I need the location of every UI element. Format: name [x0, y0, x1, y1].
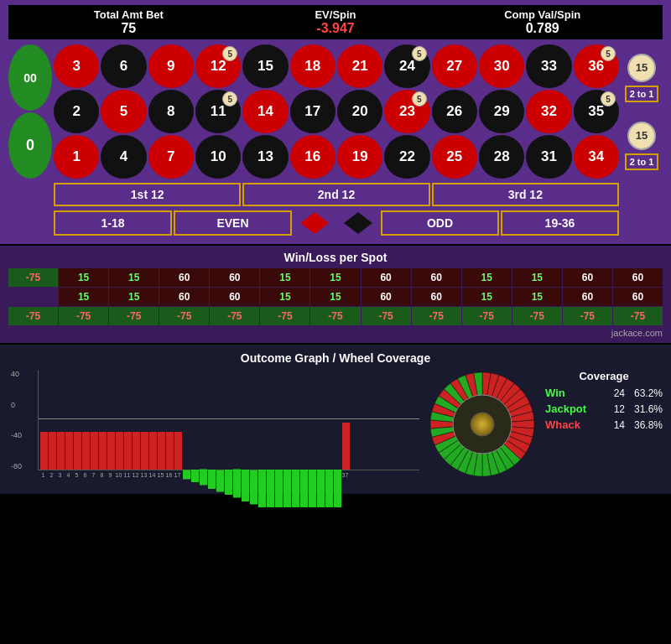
chart-label-2: 2 [48, 472, 55, 478]
number-cell-12[interactable]: 125 [195, 44, 241, 88]
bar-23 [225, 470, 232, 495]
number-cell-20[interactable]: 20 [337, 90, 382, 133]
chart-label-12: 12 [132, 472, 139, 478]
coverage-whack-row: Whack 14 36.8% [545, 418, 663, 431]
wl-cell-1-12: 60 [613, 288, 663, 306]
number-cell-14[interactable]: 14 [242, 90, 288, 133]
bet-19to36[interactable]: 19-36 [501, 210, 619, 236]
number-cell-15[interactable]: 15 [242, 44, 288, 88]
chart-label-15: 15 [157, 472, 164, 478]
bar-28 [267, 470, 274, 507]
number-cell-23[interactable]: 235 [384, 90, 429, 133]
number-cell-35[interactable]: 355 [574, 90, 619, 133]
bar-21 [208, 470, 216, 489]
chart-label-8: 8 [98, 472, 106, 478]
number-cell-30[interactable]: 30 [479, 44, 524, 88]
ev-spin-block: EV/Spin -3.947 [232, 8, 440, 36]
number-cell-24[interactable]: 245 [384, 44, 429, 88]
chart-label-16: 16 [165, 472, 173, 478]
number-cell-5[interactable]: 5 [101, 90, 146, 133]
bar-19 [191, 470, 199, 482]
number-cell-31[interactable]: 31 [526, 135, 571, 179]
number-cell-6[interactable]: 6 [101, 44, 146, 88]
coverage-jackpot-row: Jackpot 12 31.6% [545, 402, 663, 415]
first-dozen[interactable]: 1st 12 [54, 183, 241, 206]
number-cell-3[interactable]: 3 [54, 44, 99, 88]
bar-9 [107, 432, 115, 470]
number-cell-34[interactable]: 34 [574, 135, 619, 179]
number-cell-19[interactable]: 19 [337, 135, 382, 179]
number-cell-8[interactable]: 8 [148, 90, 194, 133]
bet-odd[interactable]: ODD [381, 210, 499, 236]
winloss-title: Win/Loss per Spot [8, 251, 663, 264]
zero-cell[interactable]: 0 [8, 112, 52, 179]
bar-22 [216, 470, 224, 491]
second-dozen[interactable]: 2nd 12 [242, 183, 429, 206]
wl-cell-1-2: 15 [109, 288, 159, 306]
dozens-row: 1st 12 2nd 12 3rd 12 [8, 183, 663, 206]
bar-chart-container: 40 0 -40 -80 123456789101112131415161718… [8, 370, 419, 487]
number-cell-9[interactable]: 9 [148, 44, 194, 88]
wl-cell-0-11: 60 [563, 268, 612, 287]
2to1-bottom[interactable]: 2 to 1 [625, 153, 659, 170]
wl-cell-2-3: -75 [159, 307, 209, 325]
wl-cell-0-5: 15 [260, 268, 309, 287]
jackace-label: jackace.com [8, 328, 663, 338]
number-cell-1[interactable]: 1 [54, 135, 99, 179]
bar-27 [258, 470, 266, 507]
outcome-section: Outcome Graph / Wheel Coverage 40 0 -40 … [0, 345, 671, 494]
number-cell-11[interactable]: 115 [195, 90, 241, 133]
number-cell-36[interactable]: 365 [574, 44, 619, 88]
chip-15-top[interactable]: 15 [627, 54, 656, 82]
roulette-grid-area: 00 0 36912515182124527303336525811514172… [8, 44, 663, 179]
bet-red[interactable] [294, 209, 336, 237]
coverage-jackpot-label: Jackpot [545, 402, 596, 415]
number-cell-10[interactable]: 10 [195, 135, 241, 179]
wheel-canvas [428, 370, 537, 479]
wl-cell-1-6: 15 [310, 288, 360, 306]
number-cell-17[interactable]: 17 [290, 90, 336, 133]
wl-cell-1-8: 60 [412, 288, 461, 306]
third-dozen[interactable]: 3rd 12 [432, 183, 619, 206]
number-cell-29[interactable]: 29 [479, 90, 524, 133]
2to1-top[interactable]: 2 to 1 [625, 86, 659, 102]
bet-black[interactable] [337, 209, 379, 237]
wl-cell-2-12: -75 [613, 307, 663, 325]
wl-cell-2-9: -75 [462, 307, 512, 325]
number-cell-21[interactable]: 21 [337, 44, 382, 88]
number-cell-4[interactable]: 4 [101, 135, 146, 179]
wl-cell-2-0: -75 [8, 307, 58, 325]
number-cell-22[interactable]: 22 [384, 135, 429, 179]
coverage-whack-pct: 36.8% [629, 419, 663, 431]
bar-34 [317, 470, 325, 507]
number-cell-28[interactable]: 28 [479, 135, 524, 179]
bet-even[interactable]: EVEN [174, 210, 292, 236]
bar-25 [242, 470, 249, 501]
bar-8 [99, 432, 107, 470]
svg-marker-0 [300, 212, 329, 234]
wl-cell-1-11: 60 [563, 288, 612, 306]
chip-15-bottom[interactable]: 15 [627, 122, 656, 150]
number-cell-33[interactable]: 33 [526, 44, 571, 88]
bar-1 [40, 432, 48, 470]
bet-1to18[interactable]: 1-18 [54, 210, 172, 236]
coverage-whack-count: 14 [600, 419, 625, 431]
bar-10 [116, 432, 123, 470]
chart-label-4: 4 [65, 472, 72, 478]
bar-29 [275, 470, 283, 507]
y-label-40: 40 [11, 370, 22, 378]
coverage-whack-label: Whack [545, 418, 596, 431]
number-cell-26[interactable]: 26 [432, 90, 477, 133]
number-cell-2[interactable]: 2 [54, 90, 99, 133]
y-label-neg80: -80 [11, 462, 22, 470]
number-cell-16[interactable]: 16 [290, 135, 336, 179]
number-cell-27[interactable]: 27 [432, 44, 477, 88]
number-cell-13[interactable]: 13 [242, 135, 288, 179]
number-cell-18[interactable]: 18 [290, 44, 336, 88]
number-cell-32[interactable]: 32 [526, 90, 571, 133]
chart-label-5: 5 [73, 472, 81, 478]
roulette-table-section: Total Amt Bet 75 EV/Spin -3.947 Comp Val… [0, 0, 671, 244]
number-cell-25[interactable]: 25 [432, 135, 477, 179]
double-zero-cell[interactable]: 00 [8, 44, 52, 111]
number-cell-7[interactable]: 7 [148, 135, 194, 179]
